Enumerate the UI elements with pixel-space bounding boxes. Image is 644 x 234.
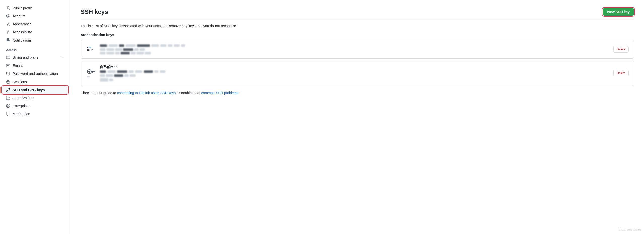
sidebar: Public profile Account Appearance Access…: [0, 0, 70, 234]
sidebar-item-label: Appearance: [13, 22, 32, 26]
fp-block: [154, 70, 158, 73]
sidebar-item-label: SSH and GPG keys: [13, 88, 45, 92]
footer-text: Check out our guide to connecting to Git…: [81, 91, 634, 95]
sidebar-item-enterprises[interactable]: Enterprises: [2, 102, 68, 110]
svg-rect-9: [91, 50, 92, 51]
footer-link-ssh-keys[interactable]: connecting to GitHub using SSH keys: [117, 91, 176, 95]
key-added-row2: [100, 52, 609, 54]
svg-rect-4: [89, 49, 90, 50]
fp-block: [123, 48, 133, 51]
sidebar-item-emails[interactable]: Emails: [2, 62, 68, 70]
fp-block: [115, 48, 122, 51]
billing-row: Billing and plans: [13, 55, 64, 60]
fp-block: [106, 52, 114, 54]
watermark: CSDN @前端学购: [619, 228, 641, 232]
fp-block: [117, 70, 127, 73]
chevron-down-icon: [60, 55, 64, 60]
fp-block: [124, 74, 129, 77]
delete-key-2-button[interactable]: Delete: [613, 70, 629, 76]
svg-rect-3: [87, 49, 89, 50]
page-description: This is a list of SSH keys associated wi…: [81, 24, 634, 28]
page-header: SSH keys New SSH key: [81, 8, 634, 16]
footer-link-problems[interactable]: common SSH problems: [201, 91, 238, 95]
fp-block: [134, 48, 139, 51]
sidebar-item-label: Organizations: [13, 96, 34, 100]
paintbrush-icon: [6, 22, 10, 26]
key-thumb-1: [86, 44, 96, 54]
sidebar-item-sessions[interactable]: Sessions: [2, 78, 68, 86]
fp-block: [137, 44, 150, 47]
person-icon: [6, 6, 10, 10]
sidebar-item-public-profile[interactable]: Public profile: [2, 4, 68, 12]
sidebar-item-appearance[interactable]: Appearance: [2, 20, 68, 28]
fp-block: [106, 48, 114, 51]
sidebar-item-label: Accessibility: [13, 30, 32, 34]
fp-block: [100, 70, 106, 73]
bell-icon: [6, 38, 10, 42]
key-card-2: 自己的Mac Delete: [81, 61, 634, 86]
sidebar-item-label: Public profile: [13, 6, 33, 10]
fp-block: [100, 74, 105, 77]
svg-rect-5: [91, 49, 92, 50]
shield-icon: [6, 72, 10, 76]
fp-block: [114, 74, 123, 77]
fp-block: [174, 44, 180, 47]
svg-rect-8: [89, 50, 90, 51]
fp-block: [137, 52, 144, 54]
svg-rect-7: [87, 50, 89, 51]
key-added-2: [100, 74, 609, 77]
new-ssh-key-button[interactable]: New SSH key: [603, 8, 634, 16]
svg-rect-2: [90, 47, 91, 48]
sidebar-item-label: Password and authentication: [13, 72, 58, 76]
delete-key-1-button[interactable]: Delete: [613, 46, 629, 53]
credit-card-icon: [6, 55, 10, 59]
main-content: SSH keys New SSH key This is a list of S…: [70, 0, 644, 234]
key-card-1: Delete: [81, 40, 634, 59]
fp-block: [100, 44, 107, 47]
fp-block: [115, 52, 120, 54]
sidebar-item-account[interactable]: Account: [2, 12, 68, 20]
fp-block: [130, 74, 136, 77]
fp-block: [151, 44, 159, 47]
sidebar-item-label: Account: [13, 14, 25, 18]
fp-block: [145, 52, 151, 54]
broadcast-icon: [6, 80, 10, 84]
svg-rect-12: [91, 71, 95, 72]
accessibility-icon: [6, 30, 10, 34]
fp-block: [106, 74, 113, 77]
fp-block: [109, 44, 118, 47]
fp-block: [135, 70, 142, 73]
fp-block: [144, 70, 153, 73]
key-added-row1: [100, 48, 609, 51]
key-info-2: 自己的Mac: [100, 65, 609, 82]
key-icon: [6, 88, 10, 92]
sidebar-item-moderation[interactable]: Moderation: [2, 110, 68, 118]
sidebar-item-label: Notifications: [13, 38, 32, 42]
sidebar-item-notifications[interactable]: Notifications: [2, 36, 68, 44]
svg-rect-13: [94, 72, 94, 73]
sidebar-item-label: Sessions: [13, 80, 27, 84]
key-fingerprint-row1: [100, 44, 609, 47]
sidebar-item-ssh-gpg[interactable]: SSH and GPG keys: [2, 86, 68, 94]
sidebar-item-password[interactable]: Password and authentication: [2, 70, 68, 78]
auth-keys-title: Authentication keys: [81, 33, 634, 37]
sidebar-item-label: Moderation: [13, 112, 30, 116]
organization-icon: [6, 96, 10, 100]
footer-text-before: Check out our guide to: [81, 91, 117, 95]
fp-block: [100, 52, 105, 54]
fp-block: [129, 70, 134, 73]
sidebar-item-label: Enterprises: [13, 104, 30, 108]
fp-block: [140, 48, 145, 51]
fp-block: [109, 79, 113, 81]
key-thumb-2: [86, 68, 96, 78]
globe-icon: [6, 104, 10, 108]
sidebar-item-organizations[interactable]: Organizations: [2, 94, 68, 102]
svg-rect-0: [87, 47, 88, 48]
fp-block: [119, 44, 124, 47]
fp-block: [121, 52, 130, 54]
key-name-2: 自己的Mac: [100, 65, 609, 69]
sidebar-item-billing[interactable]: Billing and plans: [2, 53, 68, 62]
svg-rect-15: [87, 76, 90, 77]
sidebar-item-accessibility[interactable]: Accessibility: [2, 28, 68, 36]
key-info-1: [100, 44, 609, 54]
